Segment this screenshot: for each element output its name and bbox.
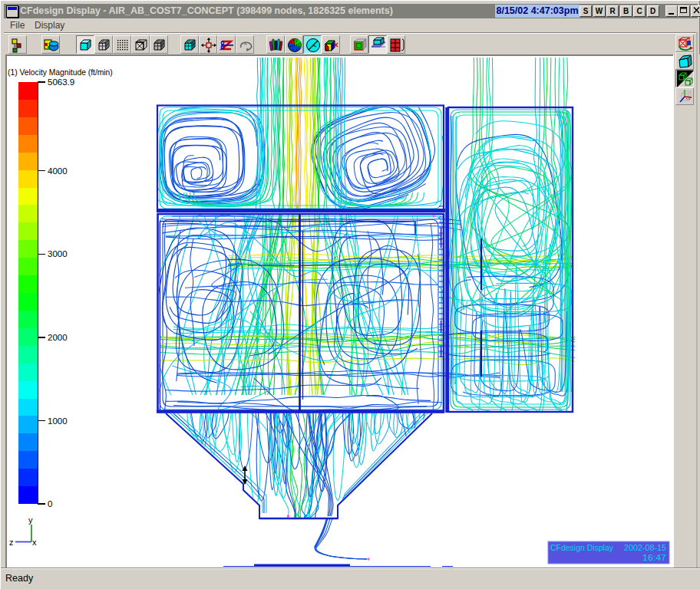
svg-text:z: z — [9, 538, 14, 547]
svg-text:y: y — [28, 515, 33, 525]
svg-text:3000: 3000 — [48, 249, 68, 258]
svg-text:1000: 1000 — [48, 416, 68, 426]
svg-text:CFdesign Display: CFdesign Display — [550, 543, 613, 552]
svg-text:16:47: 16:47 — [642, 553, 666, 562]
svg-text:0: 0 — [48, 499, 52, 508]
svg-text:2002-08-15: 2002-08-15 — [624, 543, 666, 552]
svg-text:4000: 4000 — [48, 166, 68, 176]
svg-text:2000: 2000 — [48, 333, 68, 342]
svg-text:x: x — [32, 538, 37, 547]
svg-text:5063.9: 5063.9 — [48, 77, 74, 87]
svg-text:(1) Velocity Magnitude (ft/min: (1) Velocity Magnitude (ft/min) — [8, 68, 113, 77]
